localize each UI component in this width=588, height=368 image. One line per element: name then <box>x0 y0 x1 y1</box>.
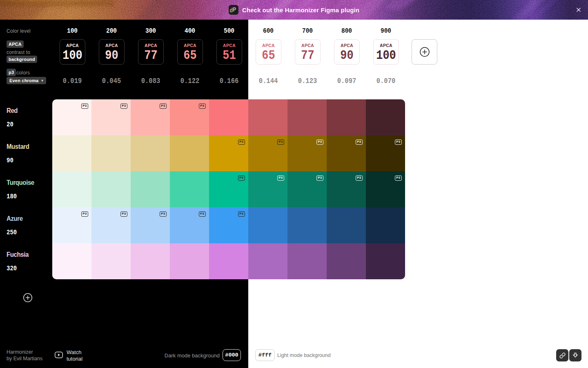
svg-text:P: P <box>233 7 236 13</box>
